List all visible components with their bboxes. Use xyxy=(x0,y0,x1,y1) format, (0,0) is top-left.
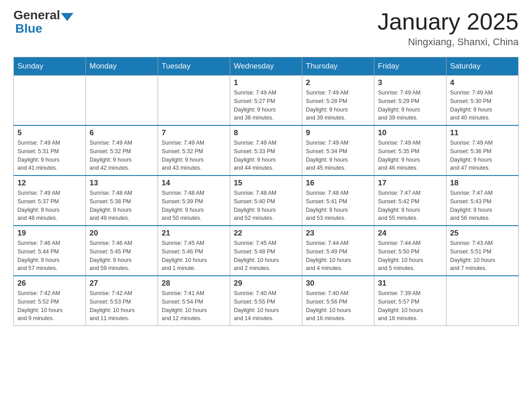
calendar-cell: 22Sunrise: 7:45 AM Sunset: 5:48 PM Dayli… xyxy=(230,226,302,276)
day-info: Sunrise: 7:49 AM Sunset: 5:29 PM Dayligh… xyxy=(378,89,442,122)
calendar-cell: 8Sunrise: 7:49 AM Sunset: 5:33 PM Daylig… xyxy=(230,125,302,176)
day-number: 18 xyxy=(450,179,515,188)
calendar-cell: 18Sunrise: 7:47 AM Sunset: 5:43 PM Dayli… xyxy=(446,176,519,226)
calendar-header-friday: Friday xyxy=(374,57,446,76)
calendar-cell: 27Sunrise: 7:42 AM Sunset: 5:53 PM Dayli… xyxy=(86,276,158,326)
calendar-cell: 16Sunrise: 7:48 AM Sunset: 5:41 PM Dayli… xyxy=(302,176,374,226)
calendar-header-sunday: Sunday xyxy=(14,57,86,76)
month-title: January 2025 xyxy=(378,9,519,34)
calendar-week-row: 1Sunrise: 7:49 AM Sunset: 5:27 PM Daylig… xyxy=(14,76,519,126)
day-info: Sunrise: 7:49 AM Sunset: 5:27 PM Dayligh… xyxy=(234,89,298,122)
calendar-cell: 2Sunrise: 7:49 AM Sunset: 5:28 PM Daylig… xyxy=(302,76,374,126)
calendar-cell: 9Sunrise: 7:49 AM Sunset: 5:34 PM Daylig… xyxy=(302,125,374,176)
day-info: Sunrise: 7:49 AM Sunset: 5:37 PM Dayligh… xyxy=(17,189,82,223)
day-number: 5 xyxy=(17,128,82,137)
calendar-cell: 31Sunrise: 7:39 AM Sunset: 5:57 PM Dayli… xyxy=(374,276,446,326)
day-number: 13 xyxy=(90,179,154,188)
day-number: 12 xyxy=(17,179,82,188)
day-info: Sunrise: 7:49 AM Sunset: 5:33 PM Dayligh… xyxy=(234,139,298,172)
day-number: 30 xyxy=(306,279,370,288)
calendar-header-tuesday: Tuesday xyxy=(158,57,230,76)
calendar-cell: 5Sunrise: 7:49 AM Sunset: 5:31 PM Daylig… xyxy=(14,125,86,176)
calendar-cell: 11Sunrise: 7:49 AM Sunset: 5:36 PM Dayli… xyxy=(446,125,519,176)
day-info: Sunrise: 7:39 AM Sunset: 5:57 PM Dayligh… xyxy=(378,289,442,323)
day-number: 6 xyxy=(90,128,154,137)
calendar-header-monday: Monday xyxy=(86,57,158,76)
day-number: 9 xyxy=(306,128,370,137)
calendar-cell: 10Sunrise: 7:49 AM Sunset: 5:35 PM Dayli… xyxy=(374,125,446,176)
day-info: Sunrise: 7:49 AM Sunset: 5:34 PM Dayligh… xyxy=(306,139,370,172)
day-number: 21 xyxy=(162,229,226,238)
day-info: Sunrise: 7:49 AM Sunset: 5:35 PM Dayligh… xyxy=(378,139,442,172)
day-number: 7 xyxy=(162,128,226,137)
day-number: 1 xyxy=(234,78,298,87)
day-number: 27 xyxy=(90,279,154,288)
day-info: Sunrise: 7:49 AM Sunset: 5:28 PM Dayligh… xyxy=(306,89,370,122)
day-info: Sunrise: 7:49 AM Sunset: 5:32 PM Dayligh… xyxy=(90,139,154,172)
day-number: 28 xyxy=(162,279,226,288)
page-header: General Blue January 2025 Ningxiang, Sha… xyxy=(13,9,519,48)
calendar-cell: 30Sunrise: 7:40 AM Sunset: 5:56 PM Dayli… xyxy=(302,276,374,326)
day-number: 17 xyxy=(378,179,442,188)
logo: General Blue xyxy=(13,9,74,36)
day-info: Sunrise: 7:40 AM Sunset: 5:56 PM Dayligh… xyxy=(306,289,370,323)
calendar-week-row: 12Sunrise: 7:49 AM Sunset: 5:37 PM Dayli… xyxy=(14,176,519,226)
day-info: Sunrise: 7:48 AM Sunset: 5:41 PM Dayligh… xyxy=(306,189,370,223)
calendar-cell: 23Sunrise: 7:44 AM Sunset: 5:49 PM Dayli… xyxy=(302,226,374,276)
day-number: 31 xyxy=(378,279,442,288)
calendar-header-wednesday: Wednesday xyxy=(230,57,302,76)
calendar-cell: 1Sunrise: 7:49 AM Sunset: 5:27 PM Daylig… xyxy=(230,76,302,126)
day-number: 25 xyxy=(450,229,515,238)
day-info: Sunrise: 7:41 AM Sunset: 5:54 PM Dayligh… xyxy=(162,289,226,323)
day-number: 26 xyxy=(17,279,82,288)
calendar-cell: 15Sunrise: 7:48 AM Sunset: 5:40 PM Dayli… xyxy=(230,176,302,226)
day-info: Sunrise: 7:40 AM Sunset: 5:55 PM Dayligh… xyxy=(234,289,298,323)
calendar-week-row: 26Sunrise: 7:42 AM Sunset: 5:52 PM Dayli… xyxy=(14,276,519,326)
calendar-cell: 3Sunrise: 7:49 AM Sunset: 5:29 PM Daylig… xyxy=(374,76,446,126)
day-info: Sunrise: 7:43 AM Sunset: 5:51 PM Dayligh… xyxy=(450,239,515,273)
day-info: Sunrise: 7:42 AM Sunset: 5:52 PM Dayligh… xyxy=(17,289,82,323)
day-info: Sunrise: 7:49 AM Sunset: 5:30 PM Dayligh… xyxy=(450,89,515,122)
calendar-cell: 28Sunrise: 7:41 AM Sunset: 5:54 PM Dayli… xyxy=(158,276,230,326)
calendar-header-row: SundayMondayTuesdayWednesdayThursdayFrid… xyxy=(14,57,519,76)
logo-blue-text: Blue xyxy=(15,21,43,35)
calendar-cell: 20Sunrise: 7:46 AM Sunset: 5:45 PM Dayli… xyxy=(86,226,158,276)
day-info: Sunrise: 7:44 AM Sunset: 5:49 PM Dayligh… xyxy=(306,239,370,273)
calendar-cell xyxy=(446,276,519,326)
calendar-cell: 29Sunrise: 7:40 AM Sunset: 5:55 PM Dayli… xyxy=(230,276,302,326)
calendar-cell: 17Sunrise: 7:47 AM Sunset: 5:42 PM Dayli… xyxy=(374,176,446,226)
day-number: 29 xyxy=(234,279,298,288)
day-info: Sunrise: 7:42 AM Sunset: 5:53 PM Dayligh… xyxy=(90,289,154,323)
day-info: Sunrise: 7:46 AM Sunset: 5:45 PM Dayligh… xyxy=(90,239,154,273)
calendar-cell: 19Sunrise: 7:46 AM Sunset: 5:44 PM Dayli… xyxy=(14,226,86,276)
day-number: 2 xyxy=(306,78,370,87)
day-info: Sunrise: 7:46 AM Sunset: 5:44 PM Dayligh… xyxy=(17,239,82,273)
day-info: Sunrise: 7:44 AM Sunset: 5:50 PM Dayligh… xyxy=(378,239,442,273)
day-number: 24 xyxy=(378,229,442,238)
day-info: Sunrise: 7:45 AM Sunset: 5:48 PM Dayligh… xyxy=(234,239,298,273)
title-section: January 2025 Ningxiang, Shanxi, China xyxy=(378,9,519,48)
calendar-cell xyxy=(158,76,230,126)
day-number: 10 xyxy=(378,128,442,137)
calendar-cell xyxy=(14,76,86,126)
day-info: Sunrise: 7:48 AM Sunset: 5:39 PM Dayligh… xyxy=(162,189,226,223)
calendar-week-row: 5Sunrise: 7:49 AM Sunset: 5:31 PM Daylig… xyxy=(14,125,519,176)
calendar-table: SundayMondayTuesdayWednesdayThursdayFrid… xyxy=(13,57,519,326)
day-number: 16 xyxy=(306,179,370,188)
day-number: 4 xyxy=(450,78,515,87)
calendar-cell: 25Sunrise: 7:43 AM Sunset: 5:51 PM Dayli… xyxy=(446,226,519,276)
calendar-cell: 7Sunrise: 7:49 AM Sunset: 5:32 PM Daylig… xyxy=(158,125,230,176)
calendar-cell: 4Sunrise: 7:49 AM Sunset: 5:30 PM Daylig… xyxy=(446,76,519,126)
day-number: 20 xyxy=(90,229,154,238)
day-info: Sunrise: 7:49 AM Sunset: 5:32 PM Dayligh… xyxy=(162,139,226,172)
calendar-cell: 13Sunrise: 7:48 AM Sunset: 5:38 PM Dayli… xyxy=(86,176,158,226)
calendar-cell: 14Sunrise: 7:48 AM Sunset: 5:39 PM Dayli… xyxy=(158,176,230,226)
day-number: 8 xyxy=(234,128,298,137)
day-number: 3 xyxy=(378,78,442,87)
calendar-cell: 26Sunrise: 7:42 AM Sunset: 5:52 PM Dayli… xyxy=(14,276,86,326)
day-number: 23 xyxy=(306,229,370,238)
day-info: Sunrise: 7:47 AM Sunset: 5:43 PM Dayligh… xyxy=(450,189,515,223)
day-info: Sunrise: 7:48 AM Sunset: 5:40 PM Dayligh… xyxy=(234,189,298,223)
day-info: Sunrise: 7:49 AM Sunset: 5:36 PM Dayligh… xyxy=(450,139,515,172)
calendar-cell: 12Sunrise: 7:49 AM Sunset: 5:37 PM Dayli… xyxy=(14,176,86,226)
